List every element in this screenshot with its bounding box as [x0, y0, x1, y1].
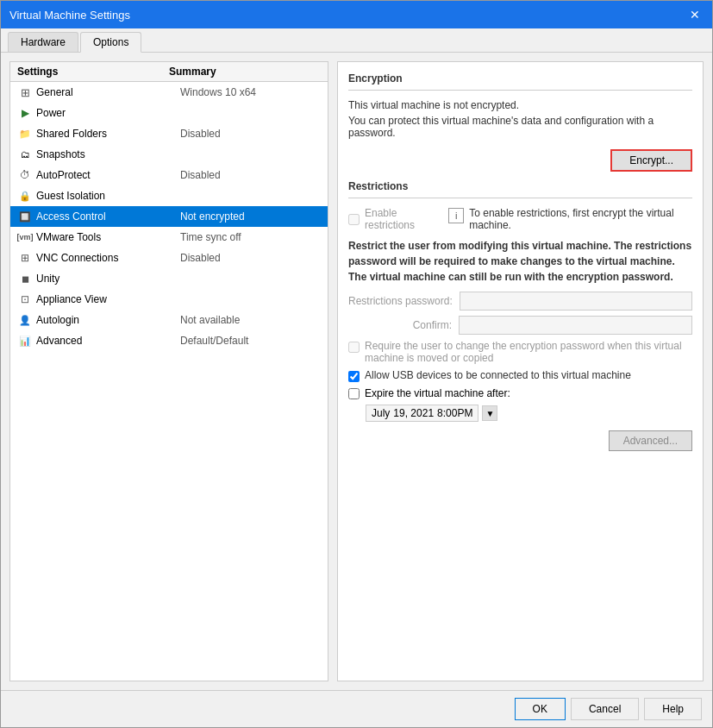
sidebar-item-unity[interactable]: Unity — [10, 268, 328, 289]
expire-month: July — [372, 407, 390, 419]
confirm-label: Confirm: — [348, 319, 452, 331]
sidebar-item-autoprotect[interactable]: AutoProtect Disabled — [10, 165, 328, 185]
unity-icon — [17, 271, 33, 286]
restrictions-section: Restrictions Enable restrictions i To en… — [348, 180, 692, 451]
sidebar-item-vmware-tools[interactable]: VMware Tools Time sync off — [10, 227, 328, 248]
sidebar-item-autoprotect-label: AutoProtect — [36, 169, 180, 181]
enable-restrictions-row: Enable restrictions — [348, 207, 440, 231]
encrypt-button-row: Encrypt... — [348, 149, 692, 172]
left-panel: Settings Summary General Windows 10 x64 … — [9, 61, 328, 681]
col-settings-header: Settings — [17, 66, 169, 78]
encryption-line2: You can protect this virtual machine's d… — [348, 115, 692, 139]
sidebar-item-vnc-connections[interactable]: VNC Connections Disabled — [10, 248, 328, 268]
sidebar-item-shared-folders-summary: Disabled — [180, 128, 324, 140]
main-content: Settings Summary General Windows 10 x64 … — [9, 61, 704, 681]
restrictions-divider — [348, 198, 692, 198]
enable-restrictions-checkbox[interactable] — [348, 214, 360, 225]
virtual-machine-settings-window: Virtual Machine Settings ✕ Hardware Opti… — [0, 0, 713, 728]
advanced-icon — [17, 333, 33, 348]
help-button[interactable]: Help — [644, 698, 702, 720]
encryption-section-title: Encryption — [348, 72, 692, 85]
sidebar-item-appliance-view-label: Appliance View — [36, 293, 180, 305]
tabs-bar: Hardware Options — [1, 28, 712, 53]
snapshots-icon — [17, 147, 33, 162]
col-summary-header: Summary — [169, 66, 321, 78]
require-change-row: Require the user to change the encryptio… — [348, 340, 692, 364]
sidebar-item-snapshots-label: Snapshots — [36, 148, 180, 160]
access-control-icon — [17, 209, 33, 224]
allow-usb-checkbox[interactable] — [348, 371, 360, 382]
expire-time: 8:00PM — [437, 407, 472, 419]
sidebar-item-appliance-view[interactable]: Appliance View — [10, 289, 328, 310]
sidebar-item-unity-label: Unity — [36, 273, 180, 285]
expire-checkbox[interactable] — [348, 388, 360, 399]
require-change-checkbox[interactable] — [348, 342, 360, 353]
sidebar-item-autoprotect-summary: Disabled — [180, 169, 324, 181]
sidebar-item-guest-isolation[interactable]: Guest Isolation — [10, 185, 328, 206]
ok-button[interactable]: OK — [515, 698, 566, 720]
vnc-connections-icon — [17, 250, 33, 266]
allow-usb-row: Allow USB devices to be connected to thi… — [348, 369, 692, 382]
sidebar-item-power-label: Power — [36, 107, 180, 119]
sidebar-item-advanced[interactable]: Advanced Default/Default — [10, 330, 328, 351]
sidebar-item-access-control[interactable]: Access Control Not encrypted — [10, 206, 328, 227]
restrictions-password-input[interactable] — [460, 292, 692, 311]
general-icon — [17, 85, 33, 100]
power-icon — [17, 105, 33, 121]
sidebar-item-shared-folders-label: Shared Folders — [36, 128, 180, 140]
confirm-row: Confirm: — [348, 316, 692, 335]
restrictions-info-text: To enable restrictions, first encrypt th… — [469, 207, 692, 231]
close-button[interactable]: ✕ — [686, 6, 704, 23]
sidebar-item-autologin-label: Autologin — [36, 314, 180, 326]
allow-usb-label: Allow USB devices to be connected to thi… — [365, 369, 631, 381]
window-title: Virtual Machine Settings — [9, 9, 130, 22]
sidebar-item-autologin-summary: Not available — [180, 314, 324, 326]
sidebar-item-access-control-summary: Not encrypted — [180, 210, 324, 223]
bottom-bar: OK Cancel Help — [1, 690, 712, 727]
expire-dropdown-button[interactable]: ▼ — [482, 405, 497, 421]
tab-hardware[interactable]: Hardware — [8, 32, 78, 52]
sidebar-item-vnc-connections-label: VNC Connections — [36, 252, 180, 264]
sidebar-item-advanced-summary: Default/Default — [180, 335, 324, 347]
restrictions-info: i To enable restrictions, first encrypt … — [448, 207, 692, 231]
restrictions-description: Restrict the user from modifying this vi… — [348, 238, 692, 285]
sidebar-item-vmware-tools-summary: Time sync off — [180, 231, 324, 243]
sidebar-item-shared-folders[interactable]: Shared Folders Disabled — [10, 123, 328, 144]
expire-day: 19, 2021 — [393, 407, 434, 419]
sidebar-item-autologin[interactable]: Autologin Not available — [10, 310, 328, 330]
confirm-password-input[interactable] — [459, 316, 692, 335]
sidebar-item-general-summary: Windows 10 x64 — [180, 86, 324, 98]
sidebar-item-access-control-label: Access Control — [36, 210, 180, 223]
right-panel: Encryption This virtual machine is not e… — [337, 61, 704, 681]
encryption-divider — [348, 90, 692, 91]
sidebar-item-vnc-connections-summary: Disabled — [180, 252, 324, 264]
info-icon: i — [448, 208, 464, 223]
advanced-button-row: Advanced... — [348, 430, 692, 451]
password-row: Restrictions password: — [348, 292, 692, 311]
require-change-label: Require the user to change the encryptio… — [365, 340, 692, 364]
password-label: Restrictions password: — [348, 295, 453, 307]
sidebar-item-snapshots[interactable]: Snapshots — [10, 144, 328, 165]
title-bar: Virtual Machine Settings ✕ — [1, 1, 712, 28]
tab-options[interactable]: Options — [80, 32, 141, 53]
encryption-line1: This virtual machine is not encrypted. — [348, 99, 692, 111]
expire-row: Expire the virtual machine after: — [348, 387, 692, 399]
vmware-tools-icon — [17, 229, 33, 245]
sidebar-item-power[interactable]: Power — [10, 103, 328, 123]
shared-folders-icon — [17, 126, 33, 141]
advanced-button[interactable]: Advanced... — [609, 430, 692, 451]
sidebar-item-vmware-tools-label: VMware Tools — [36, 231, 180, 243]
appliance-view-icon — [17, 292, 33, 307]
autologin-icon — [17, 312, 33, 328]
sidebar-item-guest-isolation-label: Guest Isolation — [36, 190, 180, 202]
expire-label: Expire the virtual machine after: — [365, 387, 510, 399]
encrypt-button[interactable]: Encrypt... — [610, 149, 692, 172]
autoprotect-icon — [17, 167, 33, 183]
content-area: Settings Summary General Windows 10 x64 … — [1, 53, 712, 690]
restrictions-section-title: Restrictions — [348, 180, 692, 192]
restrictions-header: Enable restrictions i To enable restrict… — [348, 207, 692, 231]
guest-isolation-icon — [17, 188, 33, 204]
cancel-button[interactable]: Cancel — [571, 698, 639, 720]
sidebar-item-general-label: General — [36, 86, 180, 98]
sidebar-item-general[interactable]: General Windows 10 x64 — [10, 82, 328, 103]
